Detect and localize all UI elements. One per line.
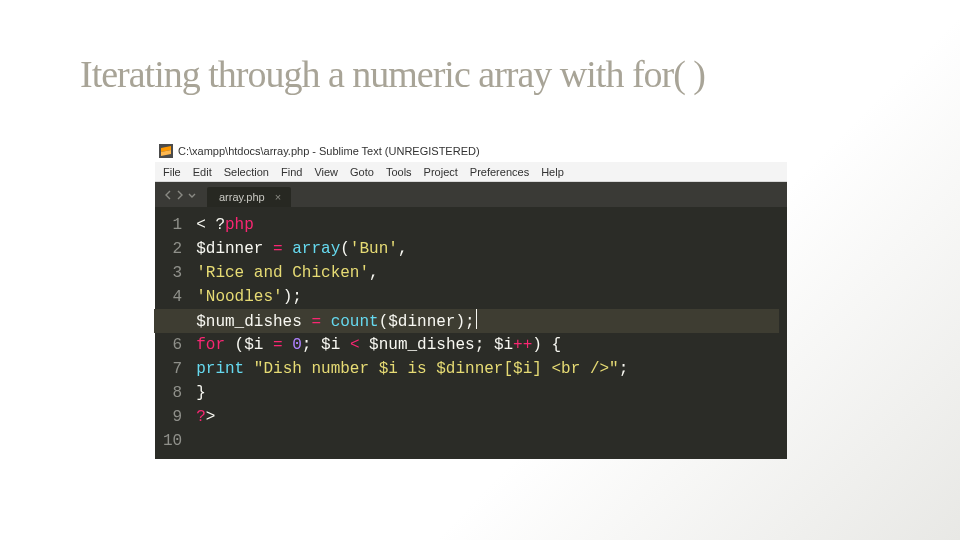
tab-nav [159, 182, 201, 207]
code-line: ?> [196, 405, 779, 429]
code-line: 'Noodles'); [196, 285, 779, 309]
line-number: 4 [163, 285, 182, 309]
code-line: < ?php [196, 213, 779, 237]
line-number: 7 [163, 357, 182, 381]
code-area[interactable]: < ?php $dinner = array('Bun', 'Rice and … [194, 207, 787, 459]
menu-view[interactable]: View [314, 166, 338, 178]
menu-selection[interactable]: Selection [224, 166, 269, 178]
code-line: } [196, 381, 779, 405]
tab-label: array.php [219, 191, 265, 203]
slide-title: Iterating through a numeric array with f… [80, 52, 705, 96]
code-line: $dinner = array('Bun', [196, 237, 779, 261]
code-line: print "Dish number $i is $dinner[$i] <br… [196, 357, 779, 381]
tab-close-icon[interactable]: × [275, 191, 281, 203]
text-cursor [476, 309, 477, 329]
tab-dropdown-icon[interactable] [187, 190, 197, 200]
code-line [196, 429, 779, 453]
menu-project[interactable]: Project [424, 166, 458, 178]
sublime-icon [159, 144, 173, 158]
editor-window: C:\xampp\htdocs\array.php - Sublime Text… [155, 140, 787, 459]
menu-goto[interactable]: Goto [350, 166, 374, 178]
gutter: 1 2 3 4 5 6 7 8 9 10 [155, 207, 194, 459]
tab-back-icon[interactable] [163, 190, 173, 200]
menu-help[interactable]: Help [541, 166, 564, 178]
line-number: 10 [163, 429, 182, 453]
line-number: 9 [163, 405, 182, 429]
menu-file[interactable]: File [163, 166, 181, 178]
line-number: 8 [163, 381, 182, 405]
code-line: 'Rice and Chicken', [196, 261, 779, 285]
line-number: 3 [163, 261, 182, 285]
menubar[interactable]: File Edit Selection Find View Goto Tools… [155, 162, 787, 182]
code-line: for ($i = 0; $i < $num_dishes; $i++) { [196, 333, 779, 357]
code-line-active: $num_dishes = count($dinner); [196, 309, 779, 333]
line-number: 1 [163, 213, 182, 237]
window-title-text: C:\xampp\htdocs\array.php - Sublime Text… [178, 145, 480, 157]
tab-arrayphp[interactable]: array.php × [207, 187, 291, 207]
line-number: 6 [163, 333, 182, 357]
editor-body: 1 2 3 4 5 6 7 8 9 10 < ?php $dinner = ar… [155, 207, 787, 459]
window-titlebar: C:\xampp\htdocs\array.php - Sublime Text… [155, 140, 787, 162]
menu-find[interactable]: Find [281, 166, 302, 178]
line-number: 2 [163, 237, 182, 261]
menu-preferences[interactable]: Preferences [470, 166, 529, 178]
menu-tools[interactable]: Tools [386, 166, 412, 178]
tab-forward-icon[interactable] [175, 190, 185, 200]
menu-edit[interactable]: Edit [193, 166, 212, 178]
tab-bar: array.php × [155, 182, 787, 207]
